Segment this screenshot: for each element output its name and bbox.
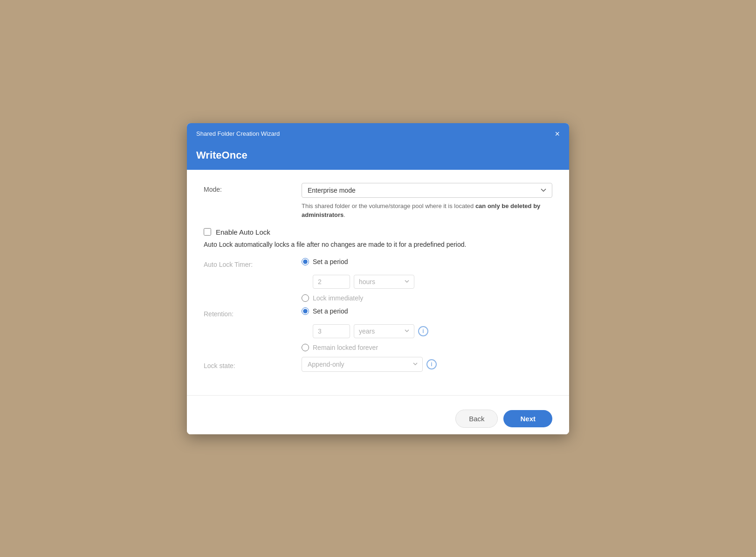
dialog-subtitle: WriteOnce: [187, 145, 569, 170]
lock-state-select[interactable]: Append-onlyRead-only: [302, 357, 423, 372]
close-button[interactable]: ×: [555, 130, 560, 138]
dialog-body: Mode: Enterprise modeCompliance mode Thi…: [187, 170, 569, 390]
retention-period-unit[interactable]: daysmonthsyears: [354, 324, 414, 338]
back-button[interactable]: Back: [455, 410, 498, 428]
timer-set-period-option: Set a period: [302, 258, 414, 265]
auto-lock-timer-label: Auto Lock Timer:: [204, 258, 302, 268]
retention-period-number[interactable]: [313, 324, 350, 338]
timer-lock-immediately-radio[interactable]: [302, 294, 309, 302]
retention-remain-forever-option: Remain locked forever: [302, 344, 428, 351]
lock-state-label: Lock state:: [204, 359, 302, 369]
mode-desc-end: .: [344, 211, 345, 218]
lock-state-control: Append-onlyRead-only i: [302, 357, 437, 372]
retention-row: Retention: Set a period daysmonthsyears …: [204, 307, 552, 351]
timer-lock-immediately-label[interactable]: Lock immediately: [313, 294, 363, 302]
dialog: Shared Folder Creation Wizard × WriteOnc…: [187, 123, 569, 434]
retention-info-icon[interactable]: i: [418, 326, 428, 336]
page-title: WriteOnce: [196, 149, 560, 161]
retention-remain-forever-label[interactable]: Remain locked forever: [313, 344, 378, 351]
timer-set-period-label[interactable]: Set a period: [313, 258, 348, 265]
retention-remain-forever-radio[interactable]: [302, 344, 309, 351]
auto-lock-description: Auto Lock automatically locks a file aft…: [204, 240, 552, 250]
dialog-footer: Back Next: [187, 403, 569, 434]
dialog-title: Shared Folder Creation Wizard: [196, 130, 280, 137]
auto-lock-timer-options: Set a period minuteshoursdays Lock immed…: [302, 258, 414, 302]
mode-select[interactable]: Enterprise modeCompliance mode: [302, 183, 552, 198]
lock-state-row: Lock state: Append-onlyRead-only i: [204, 357, 552, 372]
timer-period-number[interactable]: [313, 275, 350, 289]
auto-lock-checkbox-row: Enable Auto Lock: [204, 228, 552, 236]
mode-row: Mode: Enterprise modeCompliance mode Thi…: [204, 183, 552, 220]
auto-lock-checkbox-label[interactable]: Enable Auto Lock: [216, 228, 270, 236]
timer-period-inputs: minuteshoursdays: [313, 275, 414, 289]
timer-set-period-radio[interactable]: [302, 258, 309, 265]
retention-set-period-radio[interactable]: [302, 307, 309, 315]
retention-set-period-label[interactable]: Set a period: [313, 307, 348, 315]
lock-state-info-icon[interactable]: i: [426, 359, 437, 369]
mode-control: Enterprise modeCompliance mode This shar…: [302, 183, 552, 220]
dialog-header: Shared Folder Creation Wizard ×: [187, 123, 569, 145]
mode-desc-plain: This shared folder or the volume/storage…: [302, 202, 475, 209]
auto-lock-timer-row: Auto Lock Timer: Set a period minuteshou…: [204, 258, 552, 302]
retention-set-period-option: Set a period: [302, 307, 428, 315]
retention-options: Set a period daysmonthsyears i Remain lo…: [302, 307, 428, 351]
timer-period-unit[interactable]: minuteshoursdays: [354, 275, 414, 289]
mode-description: This shared folder or the volume/storage…: [302, 202, 552, 220]
footer-divider: [187, 395, 569, 396]
timer-lock-immediately-option: Lock immediately: [302, 294, 414, 302]
next-button[interactable]: Next: [503, 410, 552, 427]
auto-lock-checkbox[interactable]: [204, 228, 211, 236]
retention-label: Retention:: [204, 307, 302, 318]
mode-label: Mode:: [204, 183, 302, 193]
retention-period-inputs: daysmonthsyears i: [313, 324, 428, 338]
